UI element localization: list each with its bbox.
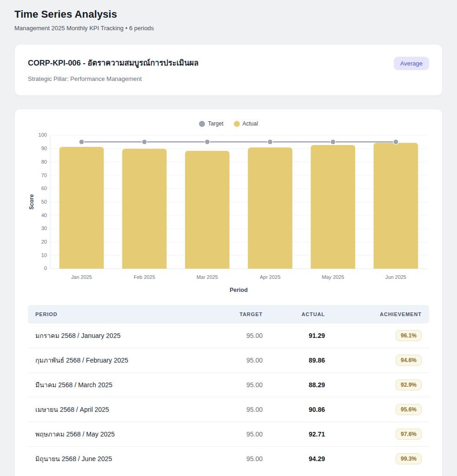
chart-legend: Target Actual — [28, 120, 429, 127]
legend-item-target: Target — [199, 120, 223, 127]
svg-text:Feb 2025: Feb 2025 — [133, 274, 155, 280]
svg-text:70: 70 — [41, 172, 47, 178]
table-row: พฤษภาคม 2568 / May 2025 95.00 92.71 97.6… — [28, 422, 429, 446]
achievement-cell: 94.6% — [332, 348, 429, 372]
actual-cell: 91.29 — [270, 324, 332, 348]
kpi-data-table: Period Target Actual Achievement มกราคม … — [28, 305, 429, 471]
svg-text:60: 60 — [41, 185, 47, 191]
table-row: มีนาคม 2568 / March 2025 95.00 88.29 92.… — [28, 372, 429, 397]
bar-chart-svg: 0102030405060708090100ScoreJan 2025Feb 2… — [28, 131, 429, 298]
svg-text:30: 30 — [41, 225, 47, 231]
target-cell: 95.00 — [218, 446, 270, 471]
target-cell: 95.00 — [218, 422, 270, 446]
target-cell: 95.00 — [218, 348, 270, 372]
actual-cell: 89.86 — [270, 348, 332, 372]
achievement-cell: 92.9% — [332, 372, 429, 397]
period-cell: พฤษภาคม 2568 / May 2025 — [28, 422, 218, 446]
achievement-cell: 99.3% — [332, 446, 429, 471]
table-row: เมษายน 2568 / April 2025 95.00 90.86 95.… — [28, 397, 429, 422]
col-header-target: Target — [218, 305, 270, 324]
table-header: Period Target Actual Achievement — [28, 305, 429, 324]
svg-text:Score: Score — [28, 194, 35, 210]
svg-text:80: 80 — [41, 159, 47, 165]
target-cell: 95.00 — [218, 397, 270, 422]
achievement-cell: 96.1% — [332, 324, 429, 348]
target-legend-marker-icon — [199, 121, 205, 127]
table-row: กุมภาพันธ์ 2568 / February 2025 95.00 89… — [28, 348, 429, 372]
period-cell: มกราคม 2568 / January 2025 — [28, 324, 218, 348]
kpi-summary-text: CORP-KPI-006 - อัตราความสมบูรณ์การประเมิ… — [28, 57, 199, 82]
target-cell: 95.00 — [218, 372, 270, 397]
actual-cell: 92.71 — [270, 422, 332, 446]
achievement-badge: 96.1% — [396, 330, 422, 341]
svg-text:100: 100 — [39, 132, 47, 138]
legend-actual-label: Actual — [243, 120, 258, 127]
period-cell: มีนาคม 2568 / March 2025 — [28, 372, 218, 397]
achievement-cell: 97.6% — [332, 422, 429, 446]
kpi-summary-card: CORP-KPI-006 - อัตราความสมบูรณ์การประเมิ… — [14, 44, 443, 96]
svg-text:Jan 2025: Jan 2025 — [71, 274, 92, 280]
target-cell: 95.00 — [218, 324, 270, 348]
chart-and-table-card: Target Actual 0102030405060708090100Scor… — [14, 109, 443, 476]
achievement-badge: 94.6% — [396, 355, 422, 366]
period-cell: กุมภาพันธ์ 2568 / February 2025 — [28, 348, 218, 372]
svg-text:50: 50 — [41, 199, 47, 205]
svg-text:May 2025: May 2025 — [322, 274, 344, 280]
achievement-badge: 92.9% — [396, 379, 422, 390]
svg-text:Apr 2025: Apr 2025 — [260, 274, 280, 280]
bar-chart: 0102030405060708090100ScoreJan 2025Feb 2… — [28, 131, 429, 298]
kpi-title: CORP-KPI-006 - อัตราความสมบูรณ์การประเมิ… — [28, 57, 199, 69]
actual-cell: 88.29 — [270, 372, 332, 397]
aggregation-badge: Average — [394, 57, 429, 70]
col-header-actual: Actual — [270, 305, 332, 324]
page-subtitle: Management 2025 Monthly KPI Tracking • 6… — [14, 25, 443, 32]
table-row: มิถุนายน 2568 / June 2025 95.00 94.29 99… — [28, 446, 429, 471]
legend-item-actual: Actual — [234, 120, 258, 127]
achievement-badge: 97.6% — [396, 429, 422, 440]
actual-cell: 90.86 — [270, 397, 332, 422]
svg-text:0: 0 — [44, 265, 47, 271]
col-header-period: Period — [28, 305, 218, 324]
period-cell: เมษายน 2568 / April 2025 — [28, 397, 218, 422]
achievement-badge: 95.6% — [396, 404, 422, 415]
table-row: มกราคม 2568 / January 2025 95.00 91.29 9… — [28, 324, 429, 348]
page-title: Time Series Analysis — [14, 8, 443, 20]
col-header-achievement: Achievement — [332, 305, 429, 324]
svg-text:90: 90 — [41, 145, 47, 151]
page-header: Time Series Analysis Management 2025 Mon… — [14, 8, 443, 32]
svg-text:Mar 2025: Mar 2025 — [197, 274, 218, 280]
svg-text:40: 40 — [41, 212, 47, 218]
achievement-cell: 95.6% — [332, 397, 429, 422]
actual-cell: 94.29 — [270, 446, 332, 471]
period-cell: มิถุนายน 2568 / June 2025 — [28, 446, 218, 471]
kpi-strategic-pillar: Strategic Pillar: Performance Management — [28, 75, 199, 82]
actual-legend-marker-icon — [234, 121, 240, 127]
svg-text:10: 10 — [41, 252, 47, 258]
svg-text:Jun 2025: Jun 2025 — [385, 274, 406, 280]
legend-target-label: Target — [208, 120, 223, 127]
svg-text:Period: Period — [230, 287, 248, 293]
achievement-badge: 99.3% — [396, 453, 422, 464]
svg-text:20: 20 — [41, 239, 47, 245]
